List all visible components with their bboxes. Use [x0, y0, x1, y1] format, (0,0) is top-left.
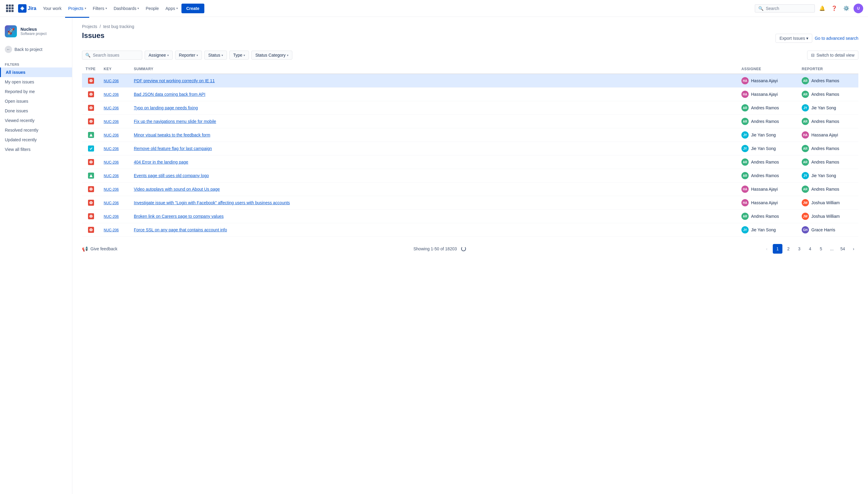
issue-summary-link[interactable]: Fix up the navigations menu slide for mo…: [134, 119, 216, 124]
give-feedback-link[interactable]: Give feedback: [90, 246, 117, 251]
table-row[interactable]: NUC-206 PDF preview not working correctl…: [82, 74, 858, 88]
sidebar-item-viewed-recently[interactable]: Viewed recently: [0, 116, 72, 125]
assignee-filter-button[interactable]: Assignee ▾: [145, 51, 173, 60]
issue-key-link[interactable]: NUC-206: [104, 133, 119, 137]
nav-filters[interactable]: Filters ▾: [90, 4, 110, 13]
sidebar-item-resolved-recently[interactable]: Resolved recently: [0, 125, 72, 135]
type-filter-button[interactable]: Type ▾: [229, 51, 249, 60]
global-search-input[interactable]: [766, 6, 811, 11]
create-button[interactable]: Create: [181, 4, 204, 13]
search-issues-filter[interactable]: 🔍: [82, 51, 142, 60]
table-row[interactable]: NUC-206 Fix up the navigations menu slid…: [82, 115, 858, 128]
summary-cell[interactable]: Video autoplays with sound on About Us p…: [130, 183, 738, 196]
issue-summary-link[interactable]: Remove old feature flag for last campaig…: [134, 146, 212, 151]
notifications-button[interactable]: 🔔: [817, 4, 827, 13]
pagination-page-4[interactable]: 4: [805, 244, 815, 254]
table-row[interactable]: NUC-206 Investigate issue with "Login wi…: [82, 196, 858, 210]
issue-summary-link[interactable]: Typo on landing page needs fixing: [134, 106, 198, 110]
issue-summary-link[interactable]: Force SSL on any page that contains acco…: [134, 227, 227, 232]
refresh-icon[interactable]: [461, 246, 466, 251]
summary-cell[interactable]: Events page still uses old company logo: [130, 169, 738, 183]
summary-cell[interactable]: Minor visual tweaks to the feedback form: [130, 128, 738, 142]
issue-summary-link[interactable]: Events page still uses old company logo: [134, 173, 209, 178]
detail-view-button[interactable]: ⊟ Switch to detail view: [807, 51, 858, 60]
key-cell[interactable]: NUC-206: [100, 223, 130, 237]
issue-summary-link[interactable]: Minor visual tweaks to the feedback form: [134, 133, 210, 137]
breadcrumb-projects-link[interactable]: Projects: [82, 24, 97, 29]
key-cell[interactable]: NUC-206: [100, 88, 130, 101]
export-issues-button[interactable]: Export Issues ▾: [775, 34, 812, 43]
key-cell[interactable]: NUC-206: [100, 74, 130, 88]
sidebar-item-reported-by-me[interactable]: Reported by me: [0, 87, 72, 96]
summary-cell[interactable]: Remove old feature flag for last campaig…: [130, 142, 738, 155]
issue-key-link[interactable]: NUC-206: [104, 79, 119, 83]
summary-cell[interactable]: Force SSL on any page that contains acco…: [130, 223, 738, 237]
summary-cell[interactable]: PDF preview not working correctly on IE …: [130, 74, 738, 88]
issue-key-link[interactable]: NUC-206: [104, 187, 119, 192]
key-cell[interactable]: NUC-206: [100, 183, 130, 196]
apps-grid-button[interactable]: [5, 4, 15, 13]
status-filter-button[interactable]: Status ▾: [204, 51, 227, 60]
summary-cell[interactable]: Bad JSON data coming back from API: [130, 88, 738, 101]
issue-key-link[interactable]: NUC-206: [104, 93, 119, 97]
issue-key-link[interactable]: NUC-206: [104, 214, 119, 219]
table-row[interactable]: NUC-206 Bad JSON data coming back from A…: [82, 88, 858, 101]
issue-key-link[interactable]: NUC-206: [104, 106, 119, 110]
sidebar-item-done-issues[interactable]: Done issues: [0, 106, 72, 116]
nav-apps[interactable]: Apps ▾: [163, 4, 181, 13]
pagination-prev-button[interactable]: ‹: [762, 244, 772, 254]
summary-cell[interactable]: Investigate issue with "Login with Faceb…: [130, 196, 738, 210]
sidebar-item-open-issues[interactable]: Open issues: [0, 96, 72, 106]
user-avatar-button[interactable]: U: [853, 4, 863, 13]
issue-key-link[interactable]: NUC-206: [104, 147, 119, 151]
issue-summary-link[interactable]: Investigate issue with "Login with Faceb…: [134, 200, 290, 205]
status-category-filter-button[interactable]: Status Category ▾: [251, 51, 292, 60]
sidebar-item-all-issues[interactable]: All issues: [0, 68, 72, 77]
issue-key-link[interactable]: NUC-206: [104, 174, 119, 178]
issue-summary-link[interactable]: PDF preview not working correctly on IE …: [134, 78, 215, 83]
table-row[interactable]: NUC-206 Force SSL on any page that conta…: [82, 223, 858, 237]
key-cell[interactable]: NUC-206: [100, 142, 130, 155]
key-cell[interactable]: NUC-206: [100, 155, 130, 169]
issue-key-link[interactable]: NUC-206: [104, 119, 119, 124]
nav-people[interactable]: People: [143, 4, 162, 13]
summary-cell[interactable]: Fix up the navigations menu slide for mo…: [130, 115, 738, 128]
issue-summary-link[interactable]: Broken link on Careers page to company v…: [134, 214, 224, 219]
back-to-project-button[interactable]: ← Back to project: [0, 43, 72, 55]
settings-button[interactable]: ⚙️: [842, 4, 851, 13]
advanced-search-link[interactable]: Go to advanced search: [815, 36, 858, 41]
summary-cell[interactable]: Typo on landing page needs fixing: [130, 101, 738, 115]
table-row[interactable]: NUC-206 Video autoplays with sound on Ab…: [82, 183, 858, 196]
jira-logo[interactable]: Jira: [18, 4, 36, 13]
pagination-page-5[interactable]: 5: [816, 244, 826, 254]
summary-cell[interactable]: Broken link on Careers page to company v…: [130, 210, 738, 223]
issue-summary-link[interactable]: 404 Error in the landing page: [134, 160, 188, 165]
table-row[interactable]: NUC-206 Minor visual tweaks to the feedb…: [82, 128, 858, 142]
key-cell[interactable]: NUC-206: [100, 128, 130, 142]
pagination-page-3[interactable]: 3: [794, 244, 804, 254]
global-search-box[interactable]: 🔍: [755, 4, 815, 13]
table-row[interactable]: NUC-206 404 Error in the landing page AR…: [82, 155, 858, 169]
summary-cell[interactable]: 404 Error in the landing page: [130, 155, 738, 169]
sidebar-item-updated-recently[interactable]: Updated recently: [0, 135, 72, 145]
table-row[interactable]: NUC-206 Remove old feature flag for last…: [82, 142, 858, 155]
breadcrumb-project-link[interactable]: test bug tracking: [103, 24, 134, 29]
issue-summary-link[interactable]: Video autoplays with sound on About Us p…: [134, 187, 220, 192]
key-cell[interactable]: NUC-206: [100, 196, 130, 210]
issue-key-link[interactable]: NUC-206: [104, 228, 119, 232]
table-row[interactable]: NUC-206 Events page still uses old compa…: [82, 169, 858, 183]
reporter-filter-button[interactable]: Reporter ▾: [175, 51, 202, 60]
pagination-page-1[interactable]: 1: [773, 244, 782, 254]
key-cell[interactable]: NUC-206: [100, 101, 130, 115]
nav-your-work[interactable]: Your work: [40, 4, 64, 13]
issue-key-link[interactable]: NUC-206: [104, 160, 119, 165]
sidebar-item-my-open-issues[interactable]: My open issues: [0, 77, 72, 87]
table-row[interactable]: NUC-206 Broken link on Careers page to c…: [82, 210, 858, 223]
nav-projects[interactable]: Projects ▾: [65, 4, 89, 13]
issue-summary-link[interactable]: Bad JSON data coming back from API: [134, 92, 205, 97]
search-issues-input[interactable]: [93, 53, 139, 58]
sidebar-item-view-all-filters[interactable]: View all filters: [0, 145, 72, 154]
key-cell[interactable]: NUC-206: [100, 169, 130, 183]
pagination-page-2[interactable]: 2: [783, 244, 793, 254]
nav-dashboards[interactable]: Dashboards ▾: [111, 4, 142, 13]
